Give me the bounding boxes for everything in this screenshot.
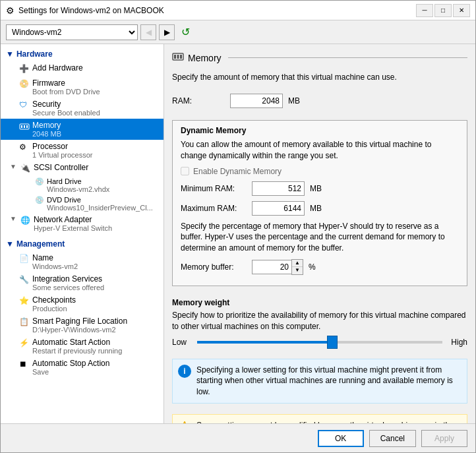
- integration-content: Integration Services Some services offer…: [32, 274, 158, 291]
- ok-button[interactable]: OK: [318, 430, 364, 447]
- svg-rect-5: [174, 55, 176, 59]
- add-hardware-label: Add Hardware: [32, 63, 158, 73]
- add-hardware-content: Add Hardware: [32, 63, 158, 73]
- sidebar-item-name[interactable]: 📄 Name Windows-vm2: [1, 251, 164, 272]
- management-section-header[interactable]: ▼ Management: [1, 237, 164, 251]
- panel-divider: [228, 57, 467, 58]
- nav-back-button[interactable]: ◀: [140, 24, 156, 40]
- buffer-input[interactable]: [252, 260, 291, 274]
- min-ram-unit: MB: [310, 184, 322, 193]
- bottom-bar: OK Cancel Apply: [1, 423, 475, 452]
- checkpoints-label: Checkpoints: [32, 295, 158, 305]
- title-bar: ⚙ Settings for Windows-vm2 on MACBOOK ─ …: [1, 1, 475, 20]
- memory-weight-slider-track[interactable]: [197, 341, 442, 344]
- sidebar-item-processor[interactable]: ⚙ Processor 1 Virtual processor: [1, 140, 164, 161]
- maximize-button[interactable]: □: [434, 4, 452, 17]
- info-box: i Specifying a lower setting for this vi…: [172, 359, 467, 404]
- smart-paging-label: Smart Paging File Location: [32, 317, 158, 326]
- firmware-icon: 📀: [19, 79, 30, 90]
- firmware-label: Firmware: [32, 78, 158, 88]
- hard-drive-icon: 💿: [35, 177, 44, 186]
- smart-paging-content: Smart Paging File Location D:\Hyper-V\Wi…: [32, 317, 158, 334]
- minimize-button[interactable]: ─: [416, 4, 433, 17]
- hardware-section-header[interactable]: ▼ Hardware: [1, 47, 164, 61]
- checkpoints-sub: Production: [32, 305, 158, 313]
- min-ram-label: Minimum RAM:: [181, 184, 247, 193]
- network-icon: 🌐: [20, 216, 31, 226]
- buffer-row: Memory buffer: ▲ ▼ %: [181, 259, 459, 275]
- auto-stop-label: Automatic Stop Action: [32, 359, 158, 368]
- buffer-label: Memory buffer:: [181, 262, 247, 272]
- sidebar-item-auto-stop[interactable]: ⏹ Automatic Stop Action Save: [1, 357, 164, 378]
- buffer-increment-button[interactable]: ▲: [292, 260, 303, 267]
- dvd-drive-label: DVD Drive: [47, 196, 153, 204]
- panel-title-text: Memory: [188, 53, 222, 63]
- svg-rect-1: [21, 125, 22, 128]
- title-bar-left: ⚙ Settings for Windows-vm2 on MACBOOK: [6, 5, 164, 16]
- auto-start-content: Automatic Start Action Restart if previo…: [32, 338, 158, 355]
- min-ram-input[interactable]: [252, 181, 305, 196]
- auto-start-label: Automatic Start Action: [32, 338, 158, 347]
- title-bar-controls: ─ □ ✕: [416, 4, 470, 17]
- integration-label: Integration Services: [32, 274, 158, 284]
- sidebar-item-auto-start[interactable]: ⚡ Automatic Start Action Restart if prev…: [1, 336, 164, 357]
- slider-thumb[interactable]: [327, 336, 338, 349]
- firmware-sub: Boot from DVD Drive: [32, 88, 158, 96]
- sidebar-item-firmware[interactable]: 📀 Firmware Boot from DVD Drive: [1, 76, 164, 98]
- sidebar-item-smart-paging[interactable]: 📋 Smart Paging File Location D:\Hyper-V\…: [1, 315, 164, 336]
- network-toggle-icon: ▼: [10, 215, 16, 222]
- firmware-content: Firmware Boot from DVD Drive: [32, 78, 158, 96]
- nav-forward-button[interactable]: ▶: [159, 24, 175, 40]
- security-icon: 🛡: [19, 100, 30, 111]
- dynamic-memory-desc: You can allow the amount of memory avail…: [181, 139, 459, 162]
- scsi-icon: 🔌: [20, 164, 31, 174]
- vm-select[interactable]: Windows-vm2: [6, 24, 138, 40]
- scsi-label: SCSI Controller: [34, 163, 158, 172]
- window-title-icon: ⚙: [6, 5, 15, 16]
- security-content: Security Secure Boot enabled: [32, 100, 158, 117]
- sidebar-item-hard-drive[interactable]: 💿 Hard Drive Windows-vm2.vhdx: [1, 176, 164, 195]
- sidebar-item-network[interactable]: ▼ 🌐 Network Adapter Hyper-V External Swi…: [1, 213, 164, 234]
- memory-weight-slider-row: Low High: [172, 338, 467, 347]
- ram-label: RAM:: [172, 96, 225, 106]
- processor-content: Processor 1 Virtual processor: [32, 142, 158, 159]
- main-window: ⚙ Settings for Windows-vm2 on MACBOOK ─ …: [0, 0, 476, 453]
- sidebar: ▼ Hardware ➕ Add Hardware 📀 Firmware Boo…: [1, 44, 164, 423]
- dvd-drive-content: DVD Drive Windows10_InsiderPreview_Cl...: [47, 196, 153, 212]
- buffer-spinner: ▲ ▼: [252, 259, 303, 275]
- sidebar-item-integration[interactable]: 🔧 Integration Services Some services off…: [1, 272, 164, 293]
- dynamic-memory-section: Dynamic Memory You can allow the amount …: [172, 120, 467, 286]
- hard-drive-label: Hard Drive: [47, 177, 109, 185]
- main-content: ▼ Hardware ➕ Add Hardware 📀 Firmware Boo…: [1, 44, 475, 423]
- apply-button[interactable]: Apply: [421, 430, 467, 447]
- sidebar-item-dvd-drive[interactable]: 💿 DVD Drive Windows10_InsiderPreview_Cl.…: [1, 195, 164, 213]
- scsi-toggle-icon: ▼: [10, 163, 16, 170]
- close-button[interactable]: ✕: [453, 4, 470, 17]
- svg-rect-3: [26, 125, 28, 128]
- sidebar-item-scsi[interactable]: ▼ 🔌 SCSI Controller: [1, 161, 164, 176]
- weight-title: Memory weight: [172, 298, 467, 307]
- buffer-decrement-button[interactable]: ▼: [292, 267, 303, 274]
- sidebar-item-add-hardware[interactable]: ➕ Add Hardware: [1, 61, 164, 76]
- right-panel: Memory Specify the amount of memory that…: [164, 44, 475, 423]
- auto-stop-sub: Save: [32, 368, 158, 376]
- security-sub: Secure Boot enabled: [32, 109, 158, 117]
- sidebar-item-security[interactable]: 🛡 Security Secure Boot enabled: [1, 98, 164, 119]
- network-label: Network Adapter: [34, 215, 158, 224]
- max-ram-input[interactable]: [252, 201, 305, 216]
- enable-dynamic-memory-checkbox[interactable]: [181, 167, 189, 175]
- auto-stop-icon: ⏹: [19, 359, 30, 370]
- panel-description: Specify the amount of memory that this v…: [172, 73, 467, 82]
- sidebar-item-checkpoints[interactable]: ⭐ Checkpoints Production: [1, 293, 164, 315]
- ram-unit: MB: [288, 96, 300, 106]
- memory-sub: 2048 MB: [32, 130, 158, 138]
- ram-input[interactable]: [230, 94, 283, 108]
- scsi-content: SCSI Controller: [34, 163, 158, 172]
- network-content: Network Adapter Hyper-V External Switch: [34, 215, 158, 232]
- cancel-button[interactable]: Cancel: [369, 430, 416, 447]
- slider-fill: [197, 341, 332, 344]
- refresh-button[interactable]: ↺: [177, 24, 193, 40]
- max-ram-label: Maximum RAM:: [181, 204, 247, 213]
- hard-drive-content: Hard Drive Windows-vm2.vhdx: [47, 177, 109, 193]
- sidebar-item-memory[interactable]: Memory 2048 MB: [1, 119, 164, 140]
